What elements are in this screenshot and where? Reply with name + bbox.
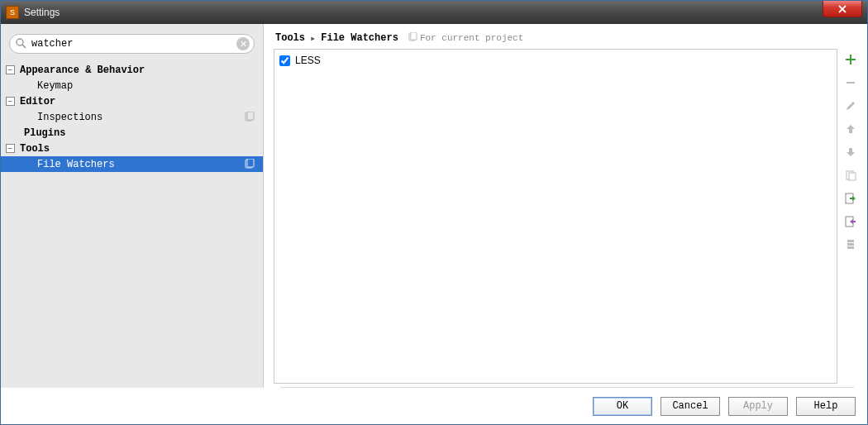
edit-button[interactable] bbox=[843, 98, 858, 113]
search-field-wrap: ✕ bbox=[9, 34, 255, 54]
tree-item-tools[interactable]: − Tools bbox=[1, 141, 263, 156]
project-scope-icon bbox=[408, 32, 417, 44]
copy-button[interactable] bbox=[843, 168, 858, 183]
collapse-icon[interactable]: − bbox=[6, 97, 15, 106]
import-icon bbox=[845, 193, 856, 204]
svg-rect-7 bbox=[411, 32, 417, 40]
export-button[interactable] bbox=[843, 214, 858, 229]
move-up-button[interactable] bbox=[843, 122, 858, 136]
import-button[interactable] bbox=[843, 191, 858, 206]
apply-button[interactable]: Apply bbox=[728, 397, 788, 416]
chevron-right-icon: ▸ bbox=[310, 32, 316, 45]
cancel-button[interactable]: Cancel bbox=[661, 397, 720, 416]
svg-rect-5 bbox=[247, 159, 254, 167]
tree-item-plugins[interactable]: Plugins bbox=[1, 125, 263, 141]
svg-rect-13 bbox=[847, 243, 854, 246]
tree-item-file-watchers[interactable]: File Watchers bbox=[1, 156, 263, 172]
svg-line-1 bbox=[22, 45, 26, 48]
search-icon bbox=[16, 38, 26, 52]
main-panel: Tools ▸ File Watchers For current projec… bbox=[264, 24, 867, 388]
project-scope-label: For current project bbox=[408, 32, 523, 44]
watcher-row-less[interactable]: LESS bbox=[279, 53, 832, 68]
ok-button[interactable]: OK bbox=[593, 397, 652, 416]
clear-search-button[interactable]: ✕ bbox=[236, 37, 250, 50]
pencil-icon bbox=[845, 100, 856, 112]
dialog-footer: OK Cancel Apply Help bbox=[1, 388, 867, 424]
remove-button[interactable] bbox=[843, 75, 858, 90]
sidebar: ✕ − Appearance & Behavior Keymap − Edito… bbox=[1, 24, 264, 388]
settings-window: S Settings ✕ − Appearance & Behavior bbox=[0, 0, 868, 425]
tree-item-appearance-behavior[interactable]: − Appearance & Behavior bbox=[1, 62, 263, 78]
stack-icon bbox=[846, 239, 856, 251]
tree-label: Editor bbox=[20, 96, 55, 107]
settings-tree: − Appearance & Behavior Keymap − Editor … bbox=[1, 60, 263, 174]
tree-item-keymap[interactable]: Keymap bbox=[1, 78, 263, 93]
close-icon bbox=[837, 5, 847, 13]
tree-label: Inspections bbox=[37, 112, 103, 123]
tree-label: Keymap bbox=[37, 80, 73, 92]
list-toolbar bbox=[841, 49, 861, 384]
svg-rect-12 bbox=[847, 240, 854, 242]
breadcrumb: Tools ▸ File Watchers For current projec… bbox=[274, 31, 861, 49]
export-icon bbox=[845, 216, 856, 227]
project-scope-icon bbox=[245, 159, 255, 172]
breadcrumb-file-watchers: File Watchers bbox=[321, 32, 398, 44]
plus-icon bbox=[845, 54, 856, 65]
watcher-enabled-checkbox[interactable] bbox=[279, 55, 290, 66]
tree-label: Appearance & Behavior bbox=[20, 64, 145, 76]
collapse-icon[interactable]: − bbox=[6, 65, 15, 74]
copy-icon bbox=[846, 170, 856, 181]
watcher-name: LESS bbox=[295, 55, 321, 66]
svg-rect-9 bbox=[849, 173, 856, 180]
tree-item-inspections[interactable]: Inspections bbox=[1, 109, 263, 125]
tree-label: Tools bbox=[20, 143, 50, 155]
window-title: Settings bbox=[24, 7, 60, 18]
tree-label: Plugins bbox=[24, 127, 65, 139]
scope-text: For current project bbox=[420, 33, 523, 43]
watchers-list[interactable]: LESS bbox=[274, 49, 837, 384]
help-button[interactable]: Help bbox=[796, 397, 856, 416]
search-input[interactable] bbox=[9, 34, 255, 54]
svg-rect-14 bbox=[847, 246, 854, 249]
collapse-icon[interactable]: − bbox=[6, 144, 15, 153]
move-down-button[interactable] bbox=[843, 145, 858, 160]
level-button[interactable] bbox=[843, 237, 858, 252]
minus-icon bbox=[845, 77, 856, 88]
tree-label: File Watchers bbox=[37, 159, 115, 170]
titlebar[interactable]: S Settings bbox=[1, 1, 867, 24]
project-scope-icon bbox=[245, 112, 255, 125]
close-button[interactable] bbox=[823, 1, 862, 17]
breadcrumb-tools[interactable]: Tools bbox=[275, 32, 305, 44]
tree-item-editor[interactable]: − Editor bbox=[1, 93, 263, 109]
arrow-down-icon bbox=[846, 147, 856, 157]
app-icon: S bbox=[6, 6, 19, 19]
svg-point-0 bbox=[17, 39, 23, 45]
svg-rect-3 bbox=[247, 112, 254, 120]
arrow-up-icon bbox=[846, 124, 856, 134]
add-button[interactable] bbox=[843, 52, 858, 67]
dialog-body: ✕ − Appearance & Behavior Keymap − Edito… bbox=[1, 24, 867, 424]
